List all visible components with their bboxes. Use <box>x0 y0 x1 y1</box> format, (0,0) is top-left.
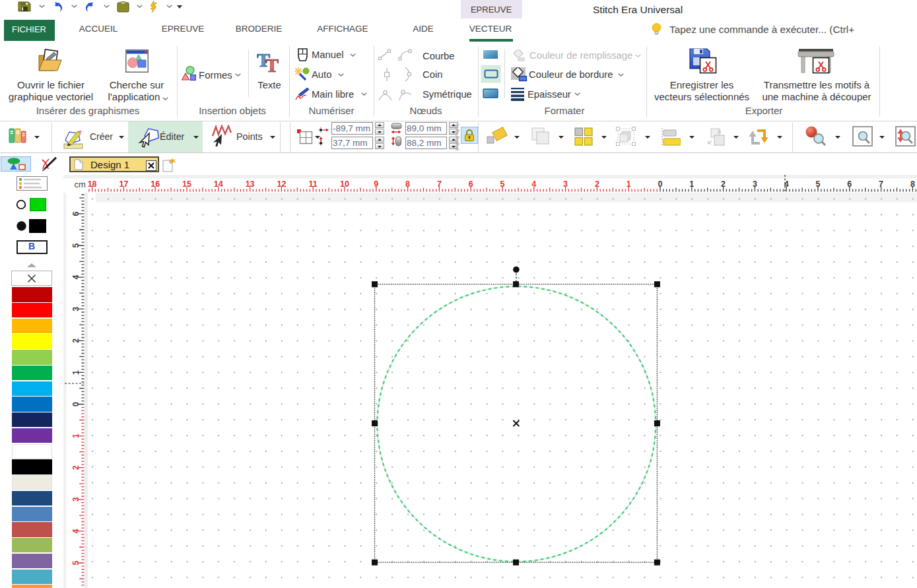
svg-text:16: 16 <box>151 180 160 189</box>
svg-text:2: 2 <box>71 339 81 343</box>
svg-text:17: 17 <box>119 180 128 189</box>
svg-text:6: 6 <box>469 180 473 189</box>
svg-text:13: 13 <box>246 180 255 189</box>
svg-text:14: 14 <box>214 180 223 189</box>
svg-text:10: 10 <box>340 180 349 189</box>
svg-text:7: 7 <box>879 180 883 189</box>
svg-text:3: 3 <box>71 497 81 502</box>
svg-text:2: 2 <box>71 465 81 470</box>
svg-text:T: T <box>265 54 279 73</box>
svg-text:5: 5 <box>71 560 81 565</box>
svg-text:15: 15 <box>182 180 191 189</box>
svg-text:8: 8 <box>405 180 410 189</box>
svg-text:5: 5 <box>71 243 81 247</box>
svg-text:3: 3 <box>71 307 81 311</box>
svg-text:1: 1 <box>71 434 81 438</box>
svg-text:8: 8 <box>910 180 915 189</box>
svg-text:0: 0 <box>71 402 81 407</box>
svg-text:2: 2 <box>595 180 599 189</box>
svg-text:4: 4 <box>531 180 536 189</box>
svg-text:5: 5 <box>816 180 821 189</box>
svg-text:2: 2 <box>721 180 726 189</box>
svg-text:4: 4 <box>71 275 81 280</box>
svg-text:6: 6 <box>847 180 852 189</box>
svg-text:11: 11 <box>309 180 318 189</box>
svg-text:1: 1 <box>627 180 631 189</box>
svg-text:4: 4 <box>71 529 81 533</box>
svg-text:3: 3 <box>563 180 568 189</box>
svg-text:cm: cm <box>75 180 86 189</box>
svg-text:1: 1 <box>689 180 694 189</box>
svg-text:6: 6 <box>71 211 81 216</box>
svg-text:12: 12 <box>277 180 286 189</box>
svg-text:3: 3 <box>753 180 757 189</box>
svg-text:18: 18 <box>88 180 97 189</box>
svg-text:0: 0 <box>658 180 663 189</box>
svg-text:7: 7 <box>437 180 442 189</box>
svg-text:9: 9 <box>374 180 378 189</box>
svg-text:5: 5 <box>500 180 505 189</box>
svg-text:1: 1 <box>71 370 81 375</box>
